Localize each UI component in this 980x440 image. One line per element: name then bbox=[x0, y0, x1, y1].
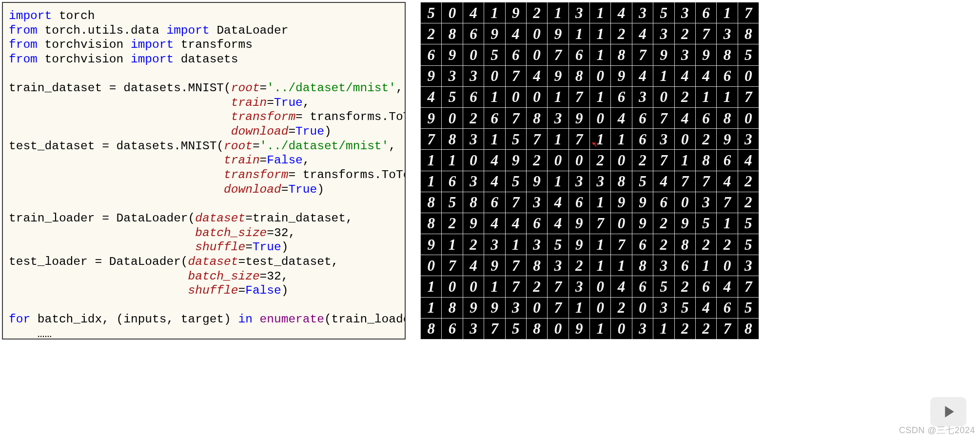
mnist-digit-cell: 3 bbox=[632, 319, 653, 339]
mnist-digit-cell: 3 bbox=[484, 234, 505, 255]
mnist-digit-cell: 7 bbox=[590, 213, 610, 234]
mnist-digit-cell: 4 bbox=[717, 276, 737, 297]
code-token: root bbox=[231, 81, 260, 95]
mnist-digit-cell: 6 bbox=[632, 108, 653, 128]
code-line: download=True) bbox=[9, 124, 399, 139]
mnist-digit-cell: 7 bbox=[569, 129, 589, 149]
mnist-digit-cell: 0 bbox=[548, 150, 568, 170]
mnist-digit-cell: 8 bbox=[738, 23, 759, 44]
mnist-digit-cell: 1 bbox=[421, 276, 441, 297]
code-token: root bbox=[224, 140, 253, 153]
mnist-digit-cell: 0 bbox=[653, 87, 674, 107]
video-play-overlay[interactable] bbox=[930, 397, 966, 426]
code-token: enumerate bbox=[260, 313, 324, 326]
code-line: shuffle=True) bbox=[9, 240, 399, 255]
mnist-digit-cell: 3 bbox=[653, 23, 674, 44]
mnist-digit-cell: 9 bbox=[569, 108, 589, 128]
code-token: , bbox=[389, 140, 396, 153]
mnist-digit-cell: 8 bbox=[421, 192, 441, 213]
mnist-digit-cell: 6 bbox=[696, 2, 716, 23]
code-token: for bbox=[9, 313, 30, 326]
mnist-digit-cell: 1 bbox=[421, 298, 441, 318]
mnist-digit-cell: 2 bbox=[463, 234, 484, 255]
mnist-digit-cell: 3 bbox=[548, 108, 568, 128]
mnist-digit-cell: 7 bbox=[506, 255, 526, 276]
mnist-digit-cell: 6 bbox=[506, 44, 526, 65]
mnist-digit-cell: 2 bbox=[696, 319, 716, 339]
code-line: train=True, bbox=[9, 96, 399, 110]
mnist-digit-cell: 1 bbox=[484, 2, 505, 23]
mnist-digit-cell: 3 bbox=[463, 129, 484, 149]
code-line: batch_size=32, bbox=[9, 226, 399, 240]
mnist-digit-cell: 9 bbox=[569, 319, 589, 339]
mnist-digit-cell: 1 bbox=[590, 44, 610, 65]
code-token: transform bbox=[231, 110, 295, 123]
mnist-digit-cell: 5 bbox=[421, 2, 441, 23]
mnist-digit-cell: 0 bbox=[675, 129, 695, 149]
mnist-digit-cell: 1 bbox=[590, 255, 610, 276]
mnist-digit-cell: 0 bbox=[590, 298, 610, 318]
code-block: import torchfrom torch.utils.data import… bbox=[2, 2, 406, 340]
code-token: True bbox=[288, 183, 317, 196]
mnist-digit-cell: 2 bbox=[632, 150, 653, 170]
code-token: from bbox=[9, 53, 38, 66]
mnist-digit-cell: 4 bbox=[675, 66, 695, 86]
mnist-digit-cell: 5 bbox=[738, 44, 759, 65]
code-token: ) bbox=[281, 240, 289, 254]
mnist-digit-cell: 8 bbox=[675, 234, 695, 255]
mnist-digit-cell: 4 bbox=[463, 2, 484, 23]
mnist-digit-cell: 1 bbox=[484, 129, 505, 149]
mnist-digit-cell: 6 bbox=[421, 44, 441, 65]
code-token: ) bbox=[324, 125, 332, 138]
code-token: , bbox=[303, 96, 310, 109]
code-token: transform bbox=[224, 168, 288, 181]
code-line bbox=[9, 298, 399, 313]
mnist-digit-cell: 3 bbox=[653, 255, 674, 276]
mnist-digit-cell: 9 bbox=[653, 44, 674, 65]
code-token: = bbox=[267, 96, 274, 109]
mnist-digit-cell: 0 bbox=[611, 150, 631, 170]
code-line: transform= transforms.ToTensor(), bbox=[9, 110, 399, 124]
mnist-digit-cell: 3 bbox=[527, 234, 547, 255]
mnist-digit-cell: 8 bbox=[569, 66, 589, 86]
code-token: = bbox=[253, 140, 260, 153]
mnist-digit-cell: 7 bbox=[506, 66, 526, 86]
mnist-digit-cell: 1 bbox=[590, 234, 610, 255]
mnist-digit-cell: 8 bbox=[527, 108, 547, 128]
mnist-digit-cell: 8 bbox=[696, 150, 716, 170]
mnist-digit-cell: 3 bbox=[527, 192, 547, 213]
mnist-digit-cell: 4 bbox=[506, 23, 526, 44]
code-token: = bbox=[260, 154, 267, 167]
mnist-digit-cell: 9 bbox=[421, 234, 441, 255]
mnist-digit-cell: 8 bbox=[442, 23, 462, 44]
mnist-digit-cell: 6 bbox=[484, 192, 505, 213]
mnist-digit-grid: 5041921314353617286940911243273869056076… bbox=[420, 2, 759, 340]
mnist-digit-cell: 0 bbox=[611, 213, 631, 234]
code-token: '../dataset/mnist' bbox=[260, 140, 389, 153]
mnist-digit-cell: 3 bbox=[738, 129, 759, 149]
code-line: from torchvision import transforms bbox=[9, 38, 399, 52]
mnist-digit-cell: 1 bbox=[506, 234, 526, 255]
code-token bbox=[9, 240, 195, 254]
mnist-digit-cell: 8 bbox=[421, 213, 441, 234]
mnist-digit-cell: 5 bbox=[548, 234, 568, 255]
mnist-digit-cell: 5 bbox=[442, 192, 462, 213]
mnist-digit-cell: 7 bbox=[738, 276, 759, 297]
code-line: for batch_idx, (inputs, target) in enume… bbox=[9, 312, 399, 327]
code-token: = bbox=[281, 183, 289, 196]
code-token: DataLoader bbox=[210, 24, 289, 37]
mnist-digit-cell: 4 bbox=[548, 192, 568, 213]
code-token: True bbox=[295, 125, 324, 138]
mnist-digit-cell: 0 bbox=[611, 319, 631, 339]
mnist-digit-cell: 3 bbox=[696, 192, 716, 213]
mnist-digit-cell: 4 bbox=[484, 171, 505, 192]
mnist-digit-cell: 8 bbox=[611, 44, 631, 65]
mnist-digit-cell: 9 bbox=[527, 171, 547, 192]
mnist-digit-cell: 7 bbox=[717, 319, 737, 339]
mnist-digit-cell: 6 bbox=[632, 129, 653, 149]
code-token: False bbox=[267, 154, 303, 167]
mnist-digit-cell: 6 bbox=[527, 213, 547, 234]
mnist-digit-cell: 1 bbox=[696, 87, 716, 107]
mnist-digit-cell: 0 bbox=[463, 44, 484, 65]
code-token: (train_loader): bbox=[324, 313, 406, 326]
